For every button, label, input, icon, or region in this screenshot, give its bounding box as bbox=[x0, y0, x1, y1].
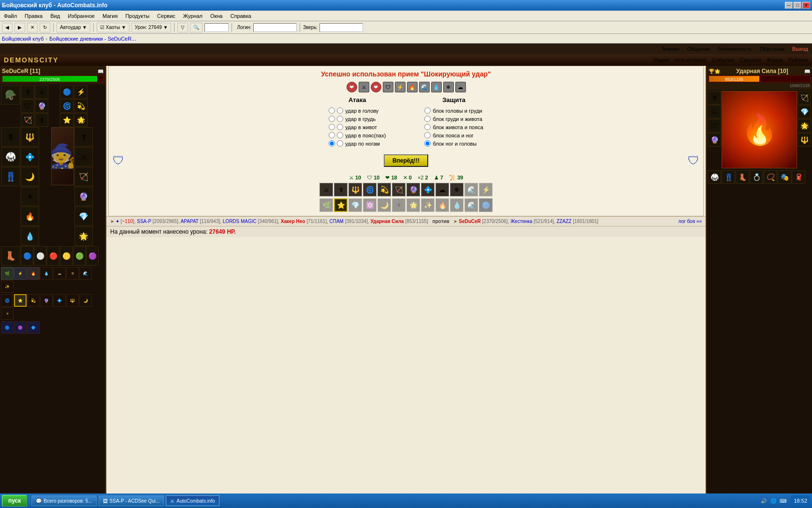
subnav-radio[interactable]: Радио bbox=[654, 57, 669, 63]
skill-19[interactable]: 🔷 bbox=[27, 321, 40, 334]
menu-file[interactable]: Файл bbox=[0, 12, 21, 20]
skill-6[interactable]: ❄ bbox=[66, 267, 79, 280]
inv-slot-2[interactable]: ⚔ bbox=[35, 85, 48, 99]
combat-skill-10[interactable]: ❄ bbox=[450, 183, 464, 196]
subnav-events[interactable]: События bbox=[712, 57, 734, 63]
login-input[interactable] bbox=[253, 23, 297, 32]
inv-slot-8[interactable]: ⚡ bbox=[74, 85, 87, 99]
menu-edit[interactable]: Правка bbox=[21, 12, 46, 20]
combat-skill-6[interactable]: 🏹 bbox=[392, 183, 406, 196]
skill-8[interactable]: ✨ bbox=[1, 280, 14, 293]
active-skill-9[interactable]: 🔥 bbox=[435, 198, 449, 212]
subnav-rating[interactable]: Рейтинг bbox=[789, 57, 808, 63]
inv-slot-3[interactable]: 🛡 bbox=[21, 99, 34, 113]
attack-radio-legs[interactable] bbox=[329, 140, 335, 147]
autoduar-btn[interactable]: Автоудар ▼ bbox=[57, 23, 90, 32]
attack-radio-belly2[interactable] bbox=[337, 124, 343, 130]
equip-boots[interactable]: 👢 bbox=[1, 246, 20, 266]
active-skill-7[interactable]: 🌟 bbox=[406, 198, 420, 212]
attack-radio-belly[interactable] bbox=[329, 124, 335, 130]
attack-radio-belt[interactable] bbox=[329, 132, 335, 138]
opp-slot-4[interactable]: 🔮 bbox=[708, 133, 721, 147]
topnav-knowledge[interactable]: Знания bbox=[661, 46, 679, 52]
skill-7[interactable]: 🌊 bbox=[79, 267, 92, 280]
team-member-seducer[interactable]: SeDuCeR bbox=[459, 219, 481, 224]
inv-slot-28[interactable]: 🟡 bbox=[60, 246, 72, 266]
team-member-apapat[interactable]: APAPAT bbox=[181, 219, 199, 224]
breadcrumb-home[interactable]: Бойцовский клуб bbox=[2, 36, 44, 42]
inv-slot-1[interactable]: 🗡 bbox=[21, 85, 34, 99]
forward-nav-btn[interactable]: ▶ bbox=[14, 23, 25, 32]
skill-5[interactable]: ☁ bbox=[53, 267, 66, 280]
filter-btn[interactable]: ▽ bbox=[177, 23, 188, 32]
maximize-btn[interactable]: □ bbox=[794, 2, 801, 9]
skill-11[interactable]: 💫 bbox=[27, 294, 40, 307]
start-button[interactable]: пуск bbox=[2, 495, 27, 507]
subnav-scrolls[interactable]: Скролли bbox=[740, 57, 761, 63]
skill-2[interactable]: ⚡ bbox=[14, 267, 27, 280]
active-skill-4[interactable]: 🔯 bbox=[363, 198, 377, 212]
defense-radio-4[interactable] bbox=[424, 132, 431, 138]
equip-armor[interactable]: 🥋 bbox=[1, 147, 20, 166]
attack-radio-belt2[interactable] bbox=[337, 132, 343, 138]
inv-slot-9[interactable]: 🌀 bbox=[60, 99, 73, 113]
skill-14[interactable]: 🔱 bbox=[66, 294, 79, 307]
inv-slot-18[interactable]: 💧 bbox=[21, 226, 39, 246]
opponent-name[interactable]: Ударная Сила [10] bbox=[736, 68, 788, 75]
team-member-udar[interactable]: Ударная Сила bbox=[371, 219, 404, 224]
combat-skill-5[interactable]: 💫 bbox=[377, 183, 391, 196]
inv-slot-10[interactable]: 💫 bbox=[74, 99, 87, 113]
menu-products[interactable]: Продукты bbox=[121, 12, 153, 20]
skill-17[interactable]: 🔵 bbox=[1, 321, 14, 334]
equip-weapon-l[interactable]: 🗡 bbox=[1, 127, 20, 147]
inv-slot-13[interactable]: 🔱 bbox=[21, 127, 39, 147]
combat-skill-7[interactable]: 🔮 bbox=[406, 183, 420, 196]
defense-radio-2[interactable] bbox=[424, 116, 431, 122]
inv-slot-6[interactable]: 🗡 bbox=[35, 113, 48, 127]
opp-equip-b1[interactable]: 🥋 bbox=[708, 170, 721, 184]
opp-equip-b6[interactable]: 🎭 bbox=[778, 170, 791, 184]
skill-9[interactable]: 🌀 bbox=[1, 294, 14, 307]
close-btn[interactable]: ✕ bbox=[802, 2, 810, 9]
opp-slot-2[interactable]: ⚔ bbox=[708, 105, 721, 119]
skill-15[interactable]: 🌙 bbox=[79, 294, 92, 307]
combat-skill-3[interactable]: 🔱 bbox=[348, 183, 362, 196]
active-skill-10[interactable]: 💧 bbox=[450, 198, 464, 212]
menu-favorites[interactable]: Избранное bbox=[64, 12, 99, 20]
inv-slot-14[interactable]: 💠 bbox=[21, 147, 39, 166]
forward-button[interactable]: Вперёд!!! bbox=[384, 154, 428, 167]
opp-equip-b4[interactable]: 💍 bbox=[750, 170, 763, 184]
team-member-spam[interactable]: СПАМ bbox=[329, 219, 343, 224]
attack-radio-chest2[interactable] bbox=[337, 116, 343, 122]
inv-slot-11[interactable]: ⭐ bbox=[60, 113, 73, 127]
menu-help[interactable]: Справка bbox=[226, 12, 255, 20]
opp-equip-b5[interactable]: 📿 bbox=[764, 170, 777, 184]
defense-radio-3[interactable] bbox=[424, 124, 431, 130]
attack-radio-head2[interactable] bbox=[337, 107, 343, 114]
inv-slot-20[interactable]: ⚔ bbox=[74, 147, 93, 166]
topnav-security[interactable]: Безопасность bbox=[718, 46, 752, 52]
taskbar-item-1[interactable]: 💬 Всего разговоров: 5... bbox=[31, 495, 96, 506]
subnav-forum[interactable]: Форум bbox=[767, 57, 783, 63]
back-btn[interactable]: ◀ bbox=[2, 23, 13, 32]
inv-slot-4[interactable]: 🔮 bbox=[35, 99, 48, 113]
inv-slot-16[interactable]: ☀ bbox=[21, 187, 39, 206]
defense-radio-1[interactable] bbox=[424, 107, 431, 114]
team-member-ssa[interactable]: SSA-P bbox=[137, 219, 151, 224]
opp-equip-b7[interactable]: 🧣 bbox=[792, 170, 805, 184]
haoty-btn[interactable]: ☑ Хаоты ▼ bbox=[97, 23, 130, 32]
attack-radio-head[interactable] bbox=[329, 107, 335, 114]
inv-slot-19[interactable]: 🗡 bbox=[74, 127, 93, 147]
inv-slot-22[interactable]: 🔮 bbox=[74, 187, 93, 206]
active-skill-11[interactable]: 🌊 bbox=[464, 198, 478, 212]
active-skill-5[interactable]: 🌙 bbox=[377, 198, 391, 212]
combat-skill-2[interactable]: 🗡 bbox=[334, 183, 348, 196]
opp-slot-7[interactable]: 🌟 bbox=[798, 119, 811, 133]
opp-slot-1[interactable]: 🗡 bbox=[708, 91, 721, 105]
opp-slot-5[interactable]: 🏹 bbox=[798, 91, 811, 105]
topnav-social[interactable]: Общение bbox=[687, 46, 710, 52]
taskbar-item-3[interactable]: ⚔ AutoCombats.info bbox=[166, 495, 219, 506]
team-member-zzazz[interactable]: ZZAZZ bbox=[556, 219, 571, 224]
opp-equip-b3[interactable]: 👢 bbox=[736, 170, 749, 184]
combat-skill-11[interactable]: 🌊 bbox=[464, 183, 478, 196]
